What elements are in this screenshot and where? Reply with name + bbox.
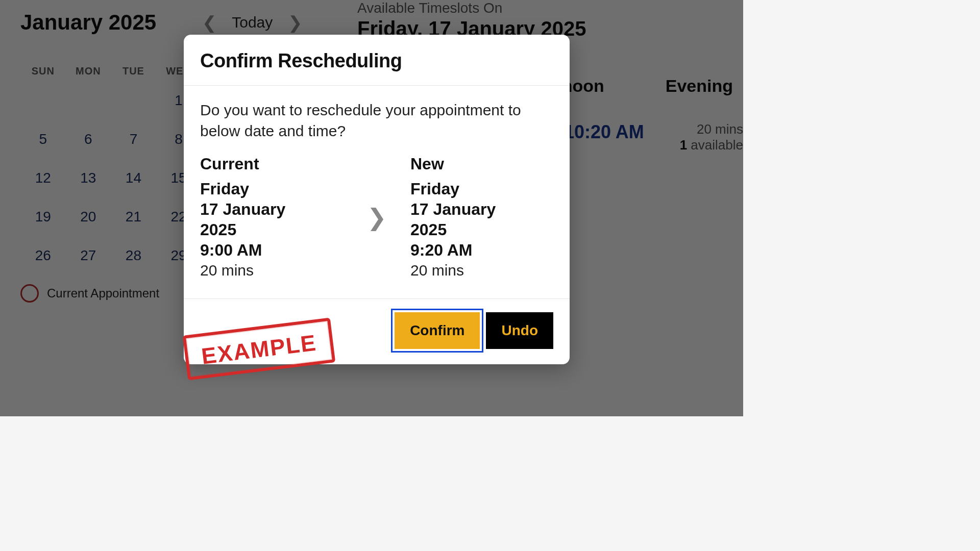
current-date-line2: 2025 (200, 219, 343, 240)
new-duration: 20 mins (410, 260, 553, 280)
new-time: 9:20 AM (410, 240, 553, 260)
current-day: Friday (200, 179, 343, 199)
new-date-line2: 2025 (410, 219, 553, 240)
new-heading: New (410, 155, 553, 173)
comparison-row: Current Friday 17 January 2025 9:00 AM 2… (200, 155, 553, 280)
modal-question: Do you want to reschedule your appointme… (200, 100, 553, 141)
confirm-button[interactable]: Confirm (395, 312, 480, 349)
current-appointment-column: Current Friday 17 January 2025 9:00 AM 2… (200, 155, 343, 280)
modal-title: Confirm Rescheduling (200, 50, 553, 72)
undo-button[interactable]: Undo (486, 312, 553, 349)
current-date-line1: 17 January (200, 199, 343, 219)
new-appointment-column: New Friday 17 January 2025 9:20 AM 20 mi… (410, 155, 553, 280)
new-day: Friday (410, 179, 553, 199)
arrow-right-icon: ❯ (367, 204, 387, 231)
current-duration: 20 mins (200, 260, 343, 280)
new-date-line1: 17 January (410, 199, 553, 219)
current-time: 9:00 AM (200, 240, 343, 260)
confirm-reschedule-modal: Confirm Rescheduling Do you want to resc… (184, 35, 570, 364)
current-heading: Current (200, 155, 343, 173)
